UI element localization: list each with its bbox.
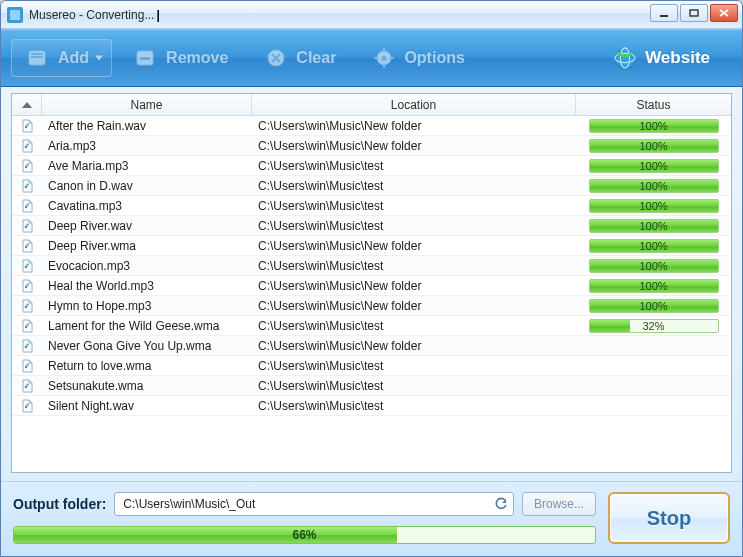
table-body[interactable]: After the Rain.wavC:\Users\win\Music\New… bbox=[12, 116, 731, 472]
file-location: C:\Users\win\Music\test bbox=[252, 217, 576, 235]
file-icon bbox=[12, 257, 42, 275]
file-location: C:\Users\win\Music\test bbox=[252, 197, 576, 215]
close-button[interactable] bbox=[710, 4, 738, 22]
window-controls bbox=[650, 4, 738, 22]
file-icon bbox=[12, 217, 42, 235]
progress-label: 32% bbox=[590, 320, 718, 332]
table-row[interactable]: Evocacion.mp3C:\Users\win\Music\test100% bbox=[12, 256, 731, 276]
column-header-location[interactable]: Location bbox=[252, 94, 576, 115]
file-icon bbox=[12, 377, 42, 395]
file-status: 100% bbox=[576, 117, 731, 135]
table-row[interactable]: Hymn to Hope.mp3C:\Users\win\Music\New f… bbox=[12, 296, 731, 316]
stop-button[interactable]: Stop bbox=[608, 492, 730, 544]
add-dropdown-caret-icon bbox=[95, 56, 103, 61]
file-status bbox=[576, 384, 731, 388]
file-status: 100% bbox=[576, 137, 731, 155]
progress-label: 100% bbox=[590, 240, 718, 252]
clear-button[interactable]: Clear bbox=[250, 40, 350, 76]
add-label: Add bbox=[58, 49, 89, 67]
file-name: Deep River.wma bbox=[42, 237, 252, 255]
file-name: Evocacion.mp3 bbox=[42, 257, 252, 275]
browse-button[interactable]: Browse... bbox=[522, 492, 596, 516]
progress-label: 100% bbox=[590, 140, 718, 152]
table-row[interactable]: Deep River.wmaC:\Users\win\Music\New fol… bbox=[12, 236, 731, 256]
content-area: Name Location Status After the Rain.wavC… bbox=[1, 87, 742, 481]
table-row[interactable]: Cavatina.mp3C:\Users\win\Music\test100% bbox=[12, 196, 731, 216]
titlebar[interactable]: Musereo - Converting... | bbox=[1, 1, 742, 29]
progress-label: 100% bbox=[590, 220, 718, 232]
table-row[interactable]: Lament for the Wild Geese.wmaC:\Users\wi… bbox=[12, 316, 731, 336]
file-status: 100% bbox=[576, 277, 731, 295]
bottom-panel: Output folder: Browse... 66% Stop bbox=[1, 481, 742, 556]
file-status: 100% bbox=[576, 197, 731, 215]
remove-label: Remove bbox=[166, 49, 228, 67]
file-location: C:\Users\win\Music\test bbox=[252, 357, 576, 375]
options-button[interactable]: Options bbox=[358, 40, 478, 76]
progress-bar: 32% bbox=[589, 319, 719, 333]
globe-icon bbox=[613, 46, 637, 70]
stop-label: Stop bbox=[647, 507, 691, 530]
file-location: C:\Users\win\Music\New folder bbox=[252, 137, 576, 155]
progress-label: 100% bbox=[590, 200, 718, 212]
add-icon bbox=[26, 46, 50, 70]
column-header-status[interactable]: Status bbox=[576, 94, 731, 115]
progress-bar: 100% bbox=[589, 139, 719, 153]
table-row[interactable]: After the Rain.wavC:\Users\win\Music\New… bbox=[12, 116, 731, 136]
file-status: 100% bbox=[576, 257, 731, 275]
table-row[interactable]: Setsunakute.wmaC:\Users\win\Music\test bbox=[12, 376, 731, 396]
progress-bar: 100% bbox=[589, 219, 719, 233]
file-icon bbox=[12, 117, 42, 135]
file-status bbox=[576, 344, 731, 348]
app-window: Musereo - Converting... | Add Remove Cle… bbox=[0, 0, 743, 557]
table-row[interactable]: Canon in D.wavC:\Users\win\Music\test100… bbox=[12, 176, 731, 196]
progress-bar: 100% bbox=[589, 159, 719, 173]
table-row[interactable]: Return to love.wmaC:\Users\win\Music\tes… bbox=[12, 356, 731, 376]
file-status: 32% bbox=[576, 317, 731, 335]
output-folder-field-wrap bbox=[114, 492, 514, 516]
progress-label: 100% bbox=[590, 120, 718, 132]
file-location: C:\Users\win\Music\test bbox=[252, 377, 576, 395]
remove-button[interactable]: Remove bbox=[120, 40, 242, 76]
svg-rect-0 bbox=[660, 15, 668, 17]
add-button[interactable]: Add bbox=[11, 39, 112, 77]
file-status: 100% bbox=[576, 297, 731, 315]
file-location: C:\Users\win\Music\New folder bbox=[252, 297, 576, 315]
file-name: Deep River.wav bbox=[42, 217, 252, 235]
file-name: Setsunakute.wma bbox=[42, 377, 252, 395]
file-location: C:\Users\win\Music\test bbox=[252, 317, 576, 335]
file-name: Canon in D.wav bbox=[42, 177, 252, 195]
svg-rect-3 bbox=[31, 53, 43, 55]
output-folder-input[interactable] bbox=[123, 497, 493, 511]
file-name: Return to love.wma bbox=[42, 357, 252, 375]
table-row[interactable]: Never Gona Give You Up.wmaC:\Users\win\M… bbox=[12, 336, 731, 356]
file-name: Never Gona Give You Up.wma bbox=[42, 337, 252, 355]
svg-point-14 bbox=[615, 48, 635, 68]
file-icon bbox=[12, 297, 42, 315]
file-location: C:\Users\win\Music\test bbox=[252, 157, 576, 175]
file-location: C:\Users\win\Music\test bbox=[252, 177, 576, 195]
file-status: 100% bbox=[576, 177, 731, 195]
file-icon bbox=[12, 137, 42, 155]
overall-progress-row: 66% bbox=[13, 526, 596, 544]
column-header-name[interactable]: Name bbox=[42, 94, 252, 115]
table-row[interactable]: Deep River.wavC:\Users\win\Music\test100… bbox=[12, 216, 731, 236]
minimize-button[interactable] bbox=[650, 4, 678, 22]
sort-column-header[interactable] bbox=[12, 94, 42, 115]
clear-label: Clear bbox=[296, 49, 336, 67]
file-name: Aria.mp3 bbox=[42, 137, 252, 155]
website-button[interactable]: Website bbox=[599, 40, 724, 76]
maximize-button[interactable] bbox=[680, 4, 708, 22]
file-icon bbox=[12, 397, 42, 415]
table-row[interactable]: Heal the World.mp3C:\Users\win\Music\New… bbox=[12, 276, 731, 296]
refresh-icon[interactable] bbox=[493, 496, 509, 512]
browse-label: Browse... bbox=[534, 497, 584, 511]
file-icon bbox=[12, 157, 42, 175]
table-row[interactable]: Ave Maria.mp3C:\Users\win\Music\test100% bbox=[12, 156, 731, 176]
file-location: C:\Users\win\Music\New folder bbox=[252, 237, 576, 255]
svg-point-9 bbox=[382, 56, 387, 61]
table-row[interactable]: Silent Night.wavC:\Users\win\Music\test bbox=[12, 396, 731, 416]
file-table: Name Location Status After the Rain.wavC… bbox=[11, 93, 732, 473]
file-location: C:\Users\win\Music\New folder bbox=[252, 117, 576, 135]
sort-ascending-icon bbox=[22, 102, 32, 108]
table-row[interactable]: Aria.mp3C:\Users\win\Music\New folder100… bbox=[12, 136, 731, 156]
